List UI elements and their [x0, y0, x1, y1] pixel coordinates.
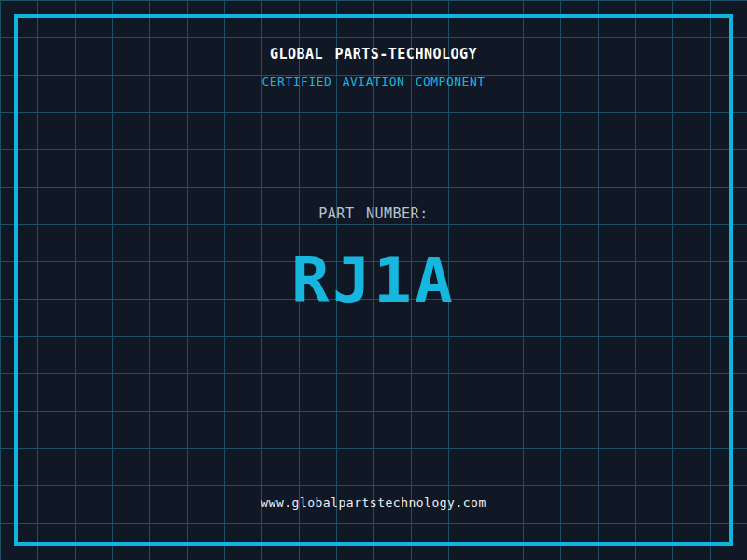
part-number-label: PART NUMBER:	[0, 207, 747, 221]
blueprint-card: GLOBAL PARTS-TECHNOLOGY CERTIFIED AVIATI…	[0, 0, 747, 560]
certification-subtitle: CERTIFIED AVIATION COMPONENT	[0, 76, 747, 89]
part-number-value: RJ1A	[0, 249, 747, 313]
company-title: GLOBAL PARTS-TECHNOLOGY	[0, 47, 747, 62]
website-url: www.globalpartstechnology.com	[0, 497, 747, 510]
